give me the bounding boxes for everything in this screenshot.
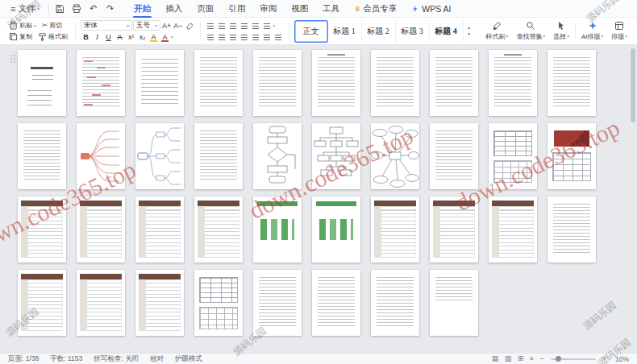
- strikethrough-button[interactable]: A: [114, 31, 125, 42]
- align-center-icon[interactable]: [217, 31, 227, 42]
- style-normal[interactable]: 正文: [294, 20, 328, 43]
- vertical-scrollbar[interactable]: [631, 48, 635, 350]
- zoom-slider-knob[interactable]: [556, 356, 561, 362]
- justify-icon[interactable]: [239, 31, 250, 42]
- document-area[interactable]: [0, 45, 637, 353]
- page-thumbnail[interactable]: [194, 196, 243, 263]
- italic-button[interactable]: I: [92, 31, 102, 42]
- numbering-icon[interactable]: [217, 20, 227, 31]
- page-thumbnail[interactable]: [194, 270, 243, 336]
- page-thumbnail[interactable]: [253, 270, 302, 336]
- format-painter-button[interactable]: 格式刷: [35, 31, 70, 42]
- outdent-icon[interactable]: [228, 20, 239, 31]
- style-gallery-more-button[interactable]: ▴ ▾: [464, 20, 475, 43]
- copy-button[interactable]: 复制: [6, 31, 35, 42]
- zoom-out-button[interactable]: −: [540, 355, 544, 362]
- page-thumbnail[interactable]: [430, 50, 478, 116]
- page-thumbnail[interactable]: [18, 196, 66, 263]
- page-thumbnail[interactable]: [371, 123, 419, 189]
- tab-insert[interactable]: 插入: [158, 0, 189, 18]
- tab-review[interactable]: 审阅: [252, 0, 284, 18]
- tab-wps-ai[interactable]: WPS AI: [404, 0, 458, 18]
- page-thumbnail[interactable]: [312, 123, 360, 189]
- paragraph-mark-icon[interactable]: [262, 20, 273, 31]
- print-icon[interactable]: [71, 3, 81, 14]
- proofread-button[interactable]: 校对: [150, 354, 164, 364]
- cut-button[interactable]: ✂ 剪切: [40, 20, 65, 31]
- drag-handle[interactable]: [10, 55, 12, 56]
- page-thumbnail[interactable]: [430, 196, 478, 263]
- tab-tools[interactable]: 工具: [315, 0, 347, 18]
- font-family-select[interactable]: 宋体 ▾: [81, 20, 132, 31]
- page-thumbnail[interactable]: [547, 196, 596, 263]
- underline-button[interactable]: U: [103, 31, 114, 42]
- page-thumbnail[interactable]: [77, 123, 125, 189]
- eye-protection-mode[interactable]: 护眼模式: [175, 354, 202, 364]
- clear-format-button[interactable]: [185, 20, 195, 31]
- select-button[interactable]: 选择▾: [550, 21, 572, 41]
- superscript-button[interactable]: x²: [126, 31, 136, 42]
- page-thumbnail[interactable]: [77, 50, 125, 116]
- page-thumbnail[interactable]: [430, 123, 478, 189]
- page-thumbnail[interactable]: [312, 50, 360, 116]
- page-thumbnail[interactable]: [135, 123, 184, 189]
- font-size-select[interactable]: 五号 ▾: [133, 20, 160, 31]
- subscript-button[interactable]: x₂: [137, 31, 148, 42]
- page-thumbnail[interactable]: [253, 123, 302, 189]
- page-thumbnail[interactable]: [194, 50, 243, 116]
- page-thumbnail[interactable]: [77, 196, 125, 263]
- text-direction-icon[interactable]: [251, 20, 261, 31]
- page-thumbnail[interactable]: [77, 270, 125, 336]
- page-thumbnail[interactable]: [371, 270, 419, 336]
- page-thumbnail[interactable]: [371, 50, 419, 116]
- page-thumbnail[interactable]: [18, 270, 66, 336]
- page-thumbnail[interactable]: [194, 123, 243, 189]
- zoom-slider[interactable]: [551, 358, 596, 360]
- page-thumbnail[interactable]: [371, 196, 419, 263]
- undo-icon[interactable]: ↶: [88, 3, 98, 14]
- page-thumbnail[interactable]: [135, 50, 184, 116]
- bold-button[interactable]: B: [81, 31, 91, 42]
- style-heading-2[interactable]: 标题 2: [362, 20, 396, 43]
- outline-view-icon[interactable]: ≡: [530, 355, 534, 362]
- find-replace-button[interactable]: 查找替换▾: [513, 21, 548, 41]
- shading-icon[interactable]: [273, 31, 284, 42]
- tab-page[interactable]: 页面: [189, 0, 221, 18]
- page-thumbnail[interactable]: [135, 196, 184, 263]
- file-menu-button[interactable]: ≡ 文件 ▾: [6, 2, 44, 15]
- page-thumbnail[interactable]: [135, 270, 184, 336]
- redo-icon[interactable]: ↷: [105, 3, 115, 14]
- page-thumbnail[interactable]: [18, 50, 66, 116]
- page-thumbnail[interactable]: [253, 50, 302, 116]
- page-thumbnail[interactable]: [18, 123, 66, 189]
- page-thumbnail[interactable]: [430, 270, 478, 336]
- style-heading-3[interactable]: 标题 3: [396, 20, 430, 43]
- page-thumbnail[interactable]: [489, 50, 537, 116]
- page-thumbnail[interactable]: [312, 270, 360, 336]
- web-view-icon[interactable]: ⊞: [518, 355, 523, 362]
- page-thumbnail[interactable]: [547, 50, 596, 116]
- ai-typeset-button[interactable]: AI排版▾: [578, 21, 606, 41]
- spellcheck-status[interactable]: 拼写检查: 关闭: [94, 354, 139, 364]
- indent-icon[interactable]: [239, 20, 250, 31]
- tab-view[interactable]: 视图: [284, 0, 315, 18]
- page-thumbnail[interactable]: [489, 196, 537, 263]
- bullets-icon[interactable]: [206, 20, 216, 31]
- page-thumbnail[interactable]: [489, 123, 537, 189]
- increase-font-button[interactable]: A+: [161, 20, 172, 31]
- align-right-icon[interactable]: [228, 31, 239, 42]
- tab-home[interactable]: 开始: [127, 0, 158, 18]
- page-thumbnail[interactable]: [547, 123, 596, 189]
- word-count[interactable]: 字数: 1153: [50, 354, 82, 364]
- paste-button[interactable]: 粘贴 ▾: [6, 20, 39, 31]
- scrollbar-thumb[interactable]: [631, 48, 635, 122]
- read-view-icon[interactable]: ▥: [505, 355, 511, 362]
- page-indicator[interactable]: 页面: 1/38: [8, 354, 39, 364]
- zoom-in-button[interactable]: +: [602, 355, 606, 362]
- distribute-icon[interactable]: [251, 31, 261, 42]
- font-color-button[interactable]: A: [160, 31, 170, 42]
- tab-membership[interactable]: ♛ 会员专享: [347, 0, 404, 18]
- decrease-font-button[interactable]: A−: [173, 20, 183, 31]
- line-spacing-icon[interactable]: [262, 31, 273, 42]
- page-view-icon[interactable]: ▤: [492, 355, 498, 362]
